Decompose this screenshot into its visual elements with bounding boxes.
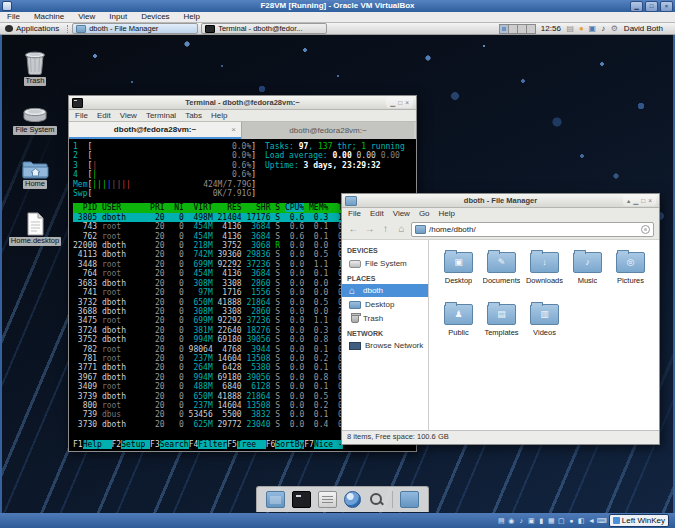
maximize-button[interactable]: □ (645, 1, 658, 12)
menu-item-help[interactable]: Help (211, 111, 227, 120)
mouse-status-icon[interactable]: ◄ (587, 516, 596, 525)
back-icon[interactable]: ← (347, 221, 360, 237)
close-button[interactable]: × (405, 97, 409, 108)
menu-item-input[interactable]: Input (102, 12, 134, 22)
fkey-f5[interactable]: F5 (227, 440, 237, 449)
sidebar-item-browse-network[interactable]: Browse Network (342, 339, 428, 352)
display-status-icon[interactable]: ▢ (557, 516, 566, 525)
workspace-2[interactable] (509, 25, 518, 33)
workspace-1[interactable] (500, 25, 509, 33)
close-button[interactable]: × (660, 1, 673, 12)
optical-status-icon[interactable]: ◉ (507, 516, 516, 525)
terminal-tab-1[interactable]: dboth@fedora28vm:~ × (69, 122, 241, 139)
fkey-f6[interactable]: F6 (266, 440, 276, 449)
menu-item-devices[interactable]: Devices (134, 12, 176, 22)
web-browser-launcher-icon[interactable] (344, 491, 361, 508)
fkey-label[interactable]: Help (83, 440, 112, 449)
text-editor-launcher-icon[interactable] (318, 491, 337, 508)
home-folder-launcher-icon[interactable] (400, 491, 419, 508)
folder-item-templates[interactable]: ▤Templates (480, 300, 523, 349)
file-manager-launcher-icon[interactable] (266, 491, 285, 508)
terminal-tab-2[interactable]: dboth@fedora28vm:~ (241, 122, 414, 139)
taskbar-button[interactable]: Terminal - dboth@fedor... (201, 23, 327, 34)
fkey-f7[interactable]: F7 (304, 440, 314, 449)
fkey-label[interactable]: Nice - (314, 440, 343, 449)
folder-item-pictures[interactable]: ◎Pictures (609, 248, 652, 297)
desktop-icon-filesystem[interactable]: File System (8, 106, 62, 135)
audio-status-icon[interactable]: ♪ (517, 516, 526, 525)
menu-item-file[interactable]: File (75, 111, 88, 120)
folder-item-videos[interactable]: ▥Videos (523, 300, 566, 349)
close-button[interactable]: × (648, 195, 652, 206)
folder-item-downloads[interactable]: ↓Downloads (523, 248, 566, 297)
path-input[interactable]: /home/dboth/ (411, 222, 654, 237)
maximize-button[interactable]: □ (641, 195, 645, 206)
menu-item-edit[interactable]: Edit (97, 111, 111, 120)
clipboard-icon[interactable]: ▤ (566, 24, 575, 33)
desktop-icon-home-desktop[interactable]: Home.desktop (8, 212, 62, 246)
up-icon[interactable]: ↑ (379, 221, 392, 237)
terminal-launcher-icon[interactable] (292, 491, 311, 508)
desktop-icon-home[interactable]: Home (8, 158, 62, 189)
sidebar-item-dboth[interactable]: dboth (342, 284, 428, 297)
fkey-label[interactable]: Filter (198, 440, 227, 449)
fkey-label[interactable]: Search (160, 440, 189, 449)
menu-item-file[interactable]: File (0, 12, 27, 22)
folder-item-public[interactable]: ♟Public (437, 300, 480, 349)
fkey-f2[interactable]: F2 (112, 440, 122, 449)
shared-folders-status-icon[interactable]: ▦ (547, 516, 556, 525)
folder-item-documents[interactable]: ✎Documents (480, 248, 523, 297)
path-menu-icon[interactable] (641, 225, 650, 234)
keyboard-status-icon[interactable]: ⌨ (597, 516, 606, 525)
folder-item-desktop[interactable]: ▣Desktop (437, 248, 480, 297)
network-icon[interactable]: ▣ (588, 24, 597, 33)
shade-button[interactable]: ▴ (627, 195, 630, 206)
minimize-button[interactable]: ▁ (390, 97, 395, 108)
menu-item-tabs[interactable]: Tabs (185, 111, 202, 120)
menu-item-view[interactable]: View (393, 209, 410, 218)
user-menu-button[interactable]: David Both (624, 24, 663, 33)
sidebar-item-file-system[interactable]: File System (342, 256, 428, 270)
fkey-label[interactable]: SortBy (275, 440, 304, 449)
workspace-4[interactable] (527, 25, 535, 33)
session-icon[interactable]: ⚙ (610, 24, 619, 33)
folder-item-music[interactable]: ♪Music (566, 248, 609, 297)
panel-clock[interactable]: 12:56 (541, 24, 561, 33)
menu-item-view[interactable]: View (120, 111, 137, 120)
fkey-f1[interactable]: F1 (73, 440, 83, 449)
menu-item-help[interactable]: Help (177, 12, 207, 22)
menu-item-file[interactable]: File (348, 209, 361, 218)
fkey-label[interactable]: Setup (121, 440, 150, 449)
volume-icon[interactable]: ♪ (599, 24, 608, 33)
taskbar-button[interactable]: dboth - File Manager (72, 23, 198, 34)
tab-close-icon[interactable]: × (231, 125, 236, 134)
sidebar-item-trash[interactable]: Trash (342, 311, 428, 325)
minimize-button[interactable]: ▁ (630, 1, 643, 12)
applications-button[interactable]: Applications (0, 23, 64, 34)
menu-item-machine[interactable]: Machine (27, 12, 71, 22)
minimize-button[interactable]: ▁ (633, 195, 638, 206)
sidebar-item-desktop[interactable]: Desktop (342, 297, 428, 311)
usb-status-icon[interactable]: ▮ (537, 516, 546, 525)
menu-item-edit[interactable]: Edit (370, 209, 384, 218)
features-status-icon[interactable]: ◧ (577, 516, 586, 525)
desktop-icon-trash[interactable]: Trash (8, 50, 62, 86)
menu-item-help[interactable]: Help (439, 209, 455, 218)
harddisk-status-icon[interactable]: ▤ (497, 516, 506, 525)
workspace-3[interactable] (518, 25, 527, 33)
menu-item-go[interactable]: Go (419, 209, 430, 218)
forward-icon[interactable]: → (363, 221, 376, 237)
terminal-titlebar[interactable]: Terminal - dboth@fedora28vm:~ ▁□× (69, 96, 416, 110)
fkey-f4[interactable]: F4 (189, 440, 199, 449)
fkey-label[interactable]: Tree (237, 440, 266, 449)
menu-item-terminal[interactable]: Terminal (146, 111, 176, 120)
fm-titlebar[interactable]: dboth - File Manager ▴▁□× (342, 194, 659, 208)
app-finder-launcher-icon[interactable] (368, 492, 385, 507)
menu-item-view[interactable]: View (71, 12, 102, 22)
home-icon[interactable]: ⌂ (395, 221, 408, 237)
network-status-icon[interactable]: ▣ (527, 516, 536, 525)
recording-status-icon[interactable]: ● (567, 516, 576, 525)
fkey-f3[interactable]: F3 (150, 440, 160, 449)
maximize-button[interactable]: □ (398, 97, 402, 108)
updates-icon[interactable]: ● (577, 24, 586, 33)
